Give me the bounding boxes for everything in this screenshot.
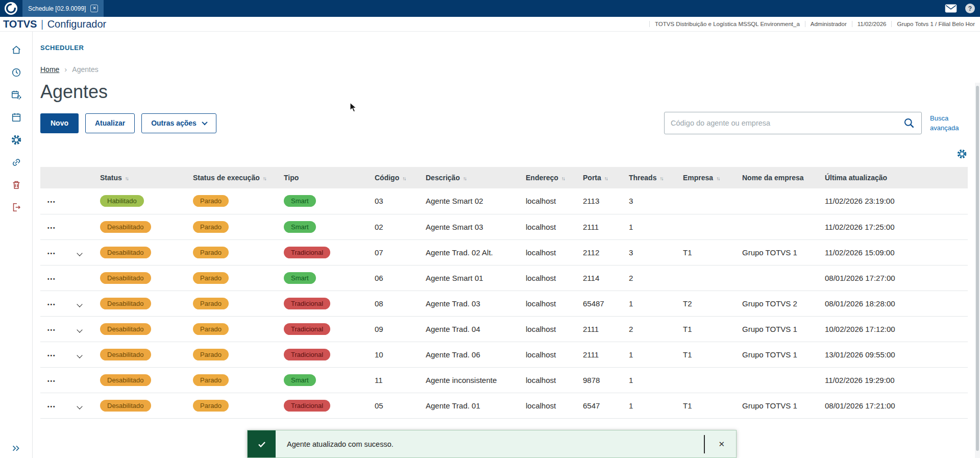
sidebar bbox=[0, 32, 33, 458]
cell-porta: 9878 bbox=[576, 367, 622, 393]
cell-endereco: localhost bbox=[519, 291, 576, 316]
mail-icon[interactable] bbox=[945, 3, 957, 15]
cell-porta: 2113 bbox=[576, 188, 622, 214]
column-porta[interactable]: Porta↑↓ bbox=[576, 167, 622, 188]
sort-icon[interactable]: ↑↓ bbox=[659, 176, 663, 181]
row-expand[interactable] bbox=[68, 239, 93, 265]
logout-icon[interactable] bbox=[10, 201, 22, 213]
column-label: Porta bbox=[583, 174, 601, 182]
history-icon[interactable] bbox=[10, 66, 22, 79]
cell-descricao: Agente Trad. 01 bbox=[419, 393, 519, 418]
row-actions-button[interactable]: ••• bbox=[40, 367, 68, 393]
cell-codigo: 07 bbox=[368, 239, 419, 265]
row-actions-button[interactable]: ••• bbox=[40, 291, 68, 316]
ellipsis-icon[interactable]: ••• bbox=[47, 225, 56, 231]
badge-smart: Smart bbox=[284, 272, 316, 284]
schedule-config-icon[interactable] bbox=[10, 89, 22, 101]
vertical-scrollbar-thumb[interactable] bbox=[976, 86, 979, 451]
search-input[interactable] bbox=[671, 119, 903, 127]
tab-close-icon[interactable]: ✕ bbox=[90, 5, 98, 12]
ellipsis-icon[interactable]: ••• bbox=[47, 302, 56, 307]
chevron-down-icon[interactable] bbox=[77, 327, 82, 332]
advanced-search-link[interactable]: Busca avançada bbox=[930, 113, 968, 133]
brand: TOTVS | Configurador bbox=[3, 18, 106, 30]
table-settings-icon[interactable] bbox=[955, 148, 968, 160]
toast-close-icon[interactable]: ✕ bbox=[718, 440, 725, 449]
row-actions-button[interactable]: ••• bbox=[40, 393, 68, 418]
ellipsis-icon[interactable]: ••• bbox=[47, 404, 56, 409]
column-threads[interactable]: Threads↑↓ bbox=[622, 167, 676, 188]
brand-product: Configurador bbox=[47, 18, 107, 30]
sort-icon[interactable]: ↑↓ bbox=[125, 176, 128, 181]
search-icon[interactable] bbox=[903, 117, 915, 129]
badge-smart: Smart bbox=[284, 195, 316, 207]
link-icon[interactable] bbox=[10, 156, 22, 168]
row-actions-button[interactable]: ••• bbox=[40, 188, 68, 214]
cell-codigo: 09 bbox=[368, 316, 419, 342]
new-button[interactable]: Novo bbox=[40, 113, 79, 133]
row-expand[interactable] bbox=[68, 291, 93, 316]
company-branch-label[interactable]: Grupo Totvs 1 / Filial Belo Hor bbox=[891, 21, 980, 27]
column-exec[interactable]: Status de execução↑↓ bbox=[186, 167, 277, 188]
help-icon[interactable]: ? bbox=[965, 4, 975, 13]
cell-threads: 1 bbox=[622, 367, 676, 393]
cell-nome-empresa: Grupo TOTVS 2 bbox=[735, 291, 818, 316]
cell-endereco: localhost bbox=[519, 265, 576, 291]
row-actions-button[interactable]: ••• bbox=[40, 316, 68, 342]
sort-icon[interactable]: ↑↓ bbox=[263, 176, 266, 181]
home-icon[interactable] bbox=[10, 44, 22, 56]
sort-icon[interactable]: ↑↓ bbox=[604, 176, 607, 181]
sort-icon[interactable]: ↑↓ bbox=[463, 176, 466, 181]
cell-descricao: Agente Trad. 04 bbox=[419, 316, 519, 342]
cell-tipo: Smart bbox=[277, 265, 368, 291]
ellipsis-icon[interactable]: ••• bbox=[47, 199, 56, 205]
sort-icon[interactable]: ↑↓ bbox=[561, 176, 565, 181]
ellipsis-icon[interactable]: ••• bbox=[47, 378, 56, 384]
environment-label[interactable]: TOTVS Distribuição e Logística MSSQL Env… bbox=[649, 21, 805, 27]
cell-empresa bbox=[676, 188, 735, 214]
cell-porta: 65487 bbox=[576, 291, 622, 316]
chevron-down-icon[interactable] bbox=[77, 301, 82, 307]
ellipsis-icon[interactable]: ••• bbox=[47, 353, 56, 358]
more-actions-button[interactable]: Outras ações bbox=[141, 113, 216, 133]
row-actions-button[interactable]: ••• bbox=[40, 239, 68, 265]
cell-codigo: 02 bbox=[368, 214, 419, 239]
calendar-icon[interactable] bbox=[10, 111, 22, 124]
topbar-right: ? bbox=[945, 3, 980, 15]
column-label: Tipo bbox=[284, 174, 299, 182]
row-actions-button[interactable]: ••• bbox=[40, 265, 68, 291]
cell-exec-status: Parado bbox=[186, 367, 277, 393]
cell-exec-status: Parado bbox=[186, 342, 277, 367]
row-expand[interactable] bbox=[68, 316, 93, 342]
cell-codigo: 05 bbox=[368, 393, 419, 418]
trash-icon[interactable] bbox=[10, 179, 22, 191]
sort-icon[interactable]: ↑↓ bbox=[716, 176, 719, 181]
cell-ultima: 11/02/2026 23:19:00 bbox=[818, 188, 968, 214]
row-actions-button[interactable]: ••• bbox=[40, 214, 68, 239]
column-descricao[interactable]: Descrição↑↓ bbox=[419, 167, 519, 188]
refresh-button[interactable]: Atualizar bbox=[85, 113, 135, 133]
ellipsis-icon[interactable]: ••• bbox=[47, 327, 56, 333]
badge-smart: Smart bbox=[284, 221, 316, 233]
breadcrumb-home[interactable]: Home bbox=[40, 65, 59, 74]
ellipsis-icon[interactable]: ••• bbox=[47, 276, 56, 282]
tab-schedule[interactable]: Schedule [02.9.0099] ✕ bbox=[22, 0, 104, 17]
chevron-down-icon[interactable] bbox=[77, 403, 82, 409]
row-expand[interactable] bbox=[68, 393, 93, 418]
column-empresa[interactable]: Empresa↑↓ bbox=[676, 167, 735, 188]
chevron-down-icon[interactable] bbox=[77, 352, 82, 358]
sort-icon[interactable]: ↑↓ bbox=[402, 176, 405, 181]
column-endereco[interactable]: Endereço↑↓ bbox=[519, 167, 576, 188]
row-actions-button[interactable]: ••• bbox=[40, 342, 68, 367]
row-expand[interactable] bbox=[68, 342, 93, 367]
cell-ultima: 08/01/2026 18:28:00 bbox=[818, 291, 968, 316]
ellipsis-icon[interactable]: ••• bbox=[47, 251, 56, 256]
cell-ultima: 08/01/2026 17:21:00 bbox=[818, 393, 968, 418]
user-label[interactable]: Administrador bbox=[805, 21, 852, 27]
chevron-down-icon[interactable] bbox=[77, 250, 82, 256]
settings-icon[interactable] bbox=[10, 134, 22, 146]
column-codigo[interactable]: Código↑↓ bbox=[368, 167, 419, 188]
sidebar-expand-toggle[interactable] bbox=[0, 443, 32, 454]
table-row: •••DesabilitadoParadoTradicional08Agente… bbox=[40, 291, 968, 316]
column-status[interactable]: Status↑↓ bbox=[93, 167, 186, 188]
